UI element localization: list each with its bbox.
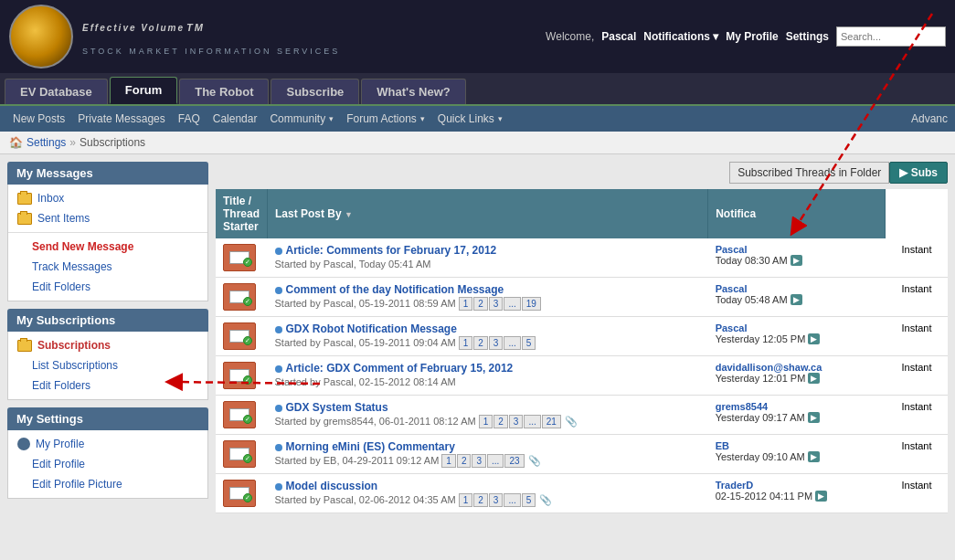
- thread-meta: Started by Pascal, 05-19-2011 08:59 AM 1…: [275, 298, 542, 309]
- thread-icon-cell: ✓: [216, 356, 268, 396]
- track-messages-link[interactable]: Track Messages: [8, 257, 207, 277]
- last-poster-link[interactable]: grems8544: [716, 401, 878, 412]
- thread-icon-cell: ✓: [216, 435, 268, 474]
- thread-last-post-cell: PascalToday 05:48 AM ▶: [708, 278, 886, 317]
- thread-title-link[interactable]: Article: GDX Comment of February 15, 201…: [286, 362, 514, 375]
- col-header-last-post[interactable]: Last Post By ▼: [268, 189, 708, 238]
- go-icon[interactable]: ▶: [808, 412, 820, 423]
- go-icon[interactable]: ▶: [815, 491, 827, 502]
- thread-icon: ✓: [223, 362, 256, 389]
- sent-items-link[interactable]: Sent Items: [37, 212, 90, 225]
- sidebar: My Messages Inbox Sent Items Send New Me…: [7, 162, 208, 513]
- last-post-time: Yesterday 09:17 AM ▶: [716, 412, 878, 423]
- sub-nav-new-posts[interactable]: New Posts: [7, 109, 70, 129]
- last-poster-link[interactable]: davidallison@shaw.ca: [716, 362, 878, 373]
- threads-table: Title / Thread Starter Last Post By ▼ No…: [216, 189, 948, 513]
- thread-notification-cell: Instant: [886, 238, 948, 278]
- settings-link[interactable]: Settings: [786, 30, 829, 43]
- sidebar-title-subscriptions: My Subscriptions: [7, 309, 208, 332]
- thread-title-cell: Comment of the day Notification MessageS…: [268, 278, 708, 317]
- green-check-icon: ✓: [243, 258, 252, 267]
- edit-folders-link-subs[interactable]: Edit Folders: [8, 375, 207, 396]
- thread-meta: Started by Pascal, 02-15-2012 08:14 AM: [275, 376, 514, 387]
- tab-the-robot[interactable]: The Robot: [179, 79, 269, 104]
- breadcrumb-settings[interactable]: Settings: [27, 136, 66, 149]
- my-profile-link[interactable]: My Profile: [726, 30, 778, 43]
- sub-nav-quick-links[interactable]: Quick Links ▾: [432, 109, 508, 129]
- subscriptions-link[interactable]: Subscriptions: [37, 339, 111, 352]
- last-poster-link[interactable]: Pascal: [716, 322, 878, 333]
- edit-folders-link-messages[interactable]: Edit Folders: [8, 277, 207, 297]
- subs-button[interactable]: ▶ Subs: [889, 162, 948, 184]
- envelope-icon: ✓: [229, 330, 249, 343]
- thread-status-dot: [275, 444, 282, 451]
- go-icon[interactable]: ▶: [808, 373, 820, 384]
- my-profile-sidebar-link[interactable]: My Profile: [36, 438, 84, 450]
- sub-nav-forum-actions[interactable]: Forum Actions ▾: [341, 109, 430, 129]
- sub-nav: New Posts Private Messages FAQ Calendar …: [0, 106, 955, 132]
- table-row: ✓Morning eMini (ES) CommentaryStarted by…: [216, 435, 948, 474]
- thread-title-link[interactable]: GDX Robot Notification Message: [286, 322, 457, 335]
- edit-profile-link[interactable]: Edit Profile: [8, 454, 207, 474]
- go-icon[interactable]: ▶: [791, 294, 802, 305]
- envelope-icon: ✓: [229, 448, 249, 460]
- main-layout: My Messages Inbox Sent Items Send New Me…: [0, 154, 955, 521]
- thread-meta: Started by EB, 04-29-2011 09:12 AM 123..…: [275, 455, 541, 467]
- thread-icon: ✓: [223, 322, 256, 350]
- sub-nav-calendar[interactable]: Calendar: [207, 109, 263, 129]
- thread-title-link[interactable]: Morning eMini (ES) Commentary: [286, 440, 455, 453]
- thread-last-post-cell: PascalYesterday 12:05 PM ▶: [708, 317, 886, 356]
- thread-notification-cell: Instant: [886, 474, 948, 513]
- sidebar-title-settings: My Settings: [7, 407, 208, 430]
- tab-subscribe[interactable]: Subscribe: [271, 79, 359, 104]
- header-search-input[interactable]: [836, 26, 946, 47]
- sidebar-section-messages: My Messages Inbox Sent Items Send New Me…: [7, 162, 208, 301]
- sidebar-item-my-profile[interactable]: My Profile: [8, 434, 207, 454]
- table-row: ✓GDX Robot Notification MessageStarted b…: [216, 317, 948, 356]
- inbox-link[interactable]: Inbox: [37, 192, 64, 205]
- sidebar-item-sent[interactable]: Sent Items: [8, 208, 207, 228]
- subscribed-info: Subscribed Threads in Folder ▶ Subs: [729, 162, 948, 184]
- sub-nav-community[interactable]: Community ▾: [264, 109, 339, 129]
- thread-title-cell: Article: Comments for February 17, 2012S…: [268, 238, 708, 278]
- green-check-icon: ✓: [243, 375, 252, 385]
- sub-nav-advanced[interactable]: Advanc: [911, 112, 948, 125]
- thread-icon: ✓: [223, 244, 256, 271]
- last-poster-link[interactable]: TraderD: [716, 480, 878, 491]
- go-icon[interactable]: ▶: [808, 451, 820, 462]
- tab-ev-database[interactable]: EV Database: [5, 79, 108, 104]
- sidebar-item-subscriptions[interactable]: Subscriptions: [8, 335, 207, 355]
- thread-title-link[interactable]: Model discussion: [286, 480, 378, 492]
- send-new-message-link[interactable]: Send New Message: [8, 237, 207, 257]
- sub-nav-private-messages[interactable]: Private Messages: [72, 109, 170, 129]
- header-username[interactable]: Pascal: [601, 30, 636, 43]
- last-poster-link[interactable]: Pascal: [716, 244, 878, 255]
- divider-1: [8, 232, 207, 233]
- sidebar-item-inbox[interactable]: Inbox: [8, 188, 207, 208]
- thread-icon: ✓: [223, 480, 256, 507]
- tab-forum[interactable]: Forum: [110, 77, 177, 104]
- thread-icon-cell: ✓: [216, 278, 268, 317]
- go-icon[interactable]: ▶: [808, 333, 820, 344]
- thread-title-link[interactable]: Article: Comments for February 17, 2012: [286, 244, 497, 257]
- subscribed-text: Subscribed Threads in Folder: [729, 162, 889, 184]
- green-check-icon: ✓: [243, 415, 252, 424]
- last-post-time: Yesterday 12:01 PM ▶: [716, 373, 878, 384]
- sub-nav-faq[interactable]: FAQ: [173, 109, 206, 129]
- last-post-time: 02-15-2012 04:11 PM ▶: [716, 491, 878, 502]
- go-icon[interactable]: ▶: [791, 255, 802, 266]
- edit-profile-picture-link[interactable]: Edit Profile Picture: [8, 474, 207, 494]
- envelope-icon: ✓: [229, 369, 249, 382]
- sidebar-subscriptions-inner: Subscriptions List Subscriptions Edit Fo…: [7, 332, 208, 400]
- thread-title-link[interactable]: Comment of the day Notification Message: [286, 283, 504, 296]
- notifications-link[interactable]: Notifications ▾: [643, 30, 718, 43]
- tab-whats-new[interactable]: What's New?: [361, 79, 465, 104]
- table-row: ✓Article: GDX Comment of February 15, 20…: [216, 356, 948, 396]
- green-check-icon: ✓: [243, 454, 252, 463]
- last-poster-link[interactable]: Pascal: [716, 283, 878, 294]
- thread-title-cell: Model discussionStarted by Pascal, 02-06…: [268, 474, 708, 513]
- col-header-title: Title / Thread Starter: [216, 189, 268, 238]
- thread-title-link[interactable]: GDX System Status: [286, 401, 388, 414]
- last-poster-link[interactable]: EB: [716, 440, 878, 451]
- list-subscriptions-link[interactable]: List Subscriptions: [8, 355, 207, 375]
